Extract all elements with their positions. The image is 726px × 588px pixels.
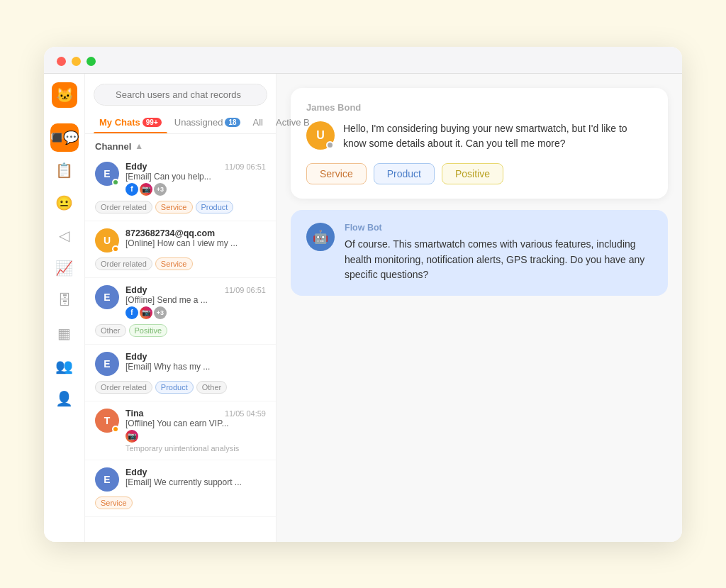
message-text: Hello, I'm considering buying your new s…: [343, 121, 652, 152]
bot-message-content: Flow Bot Of course. This smartwatch come…: [345, 223, 652, 283]
list-item[interactable]: U 8723682734@qq.com [Online] How can I v…: [85, 221, 276, 278]
channel-header: Channel ▲: [85, 134, 276, 155]
svg-text:🐱: 🐱: [55, 87, 73, 104]
avatar: E: [95, 467, 119, 492]
message-card-user: James Bond U Hello, I'm considering buyi…: [291, 88, 668, 199]
tag: Service: [155, 201, 193, 213]
chat-preview: [Email] Can you help...: [125, 172, 266, 182]
tag-list: Order related Service: [95, 257, 266, 270]
chat-time: 11/09 06:51: [225, 286, 266, 294]
avatar: U: [95, 228, 119, 253]
tag: Service: [95, 497, 133, 509]
list-item[interactable]: E Eddy [Email] We currently support ... …: [85, 460, 276, 517]
sidebar-item-group[interactable]: 👥: [50, 352, 79, 380]
list-item[interactable]: E Eddy [Email] Why has my ... Order rela…: [85, 345, 276, 401]
browser-bar: [44, 47, 682, 74]
sidebar: 🐱 ⬛ 💬 📋 😐 ◁ 📈 🗄 ▦ 👥 👤: [44, 74, 85, 542]
sidebar-item-grid[interactable]: ▦: [50, 319, 79, 348]
tag: Positive: [129, 324, 168, 337]
tabs: My Chats 99+ Unassigned 18 All Active B: [85, 111, 276, 134]
my-chats-badge: 99+: [143, 118, 162, 127]
chat-social-icons: 📷: [125, 430, 266, 443]
chat-name: Eddy: [125, 467, 147, 477]
chat-time: 11/05 04:59: [225, 409, 266, 418]
maximize-button[interactable]: [86, 57, 96, 66]
sidebar-item-contacts[interactable]: 😐: [50, 189, 79, 217]
search-bar: 🔍: [85, 74, 276, 111]
minimize-button[interactable]: [72, 57, 81, 66]
sidebar-item-user[interactable]: 👤: [50, 384, 79, 413]
tag-list: Service: [95, 497, 266, 509]
chat-meta: Tina 11/05 04:59 [Offline] You can earn …: [125, 409, 266, 453]
chat-social-icons: f 📷 +3: [125, 183, 266, 196]
chat-preview: [Online] How can I view my ...: [125, 238, 266, 248]
chat-name: Tina: [125, 409, 143, 418]
close-button[interactable]: [57, 57, 66, 66]
tag: Service: [155, 257, 193, 270]
chat-preview: [Email] We currently support ...: [125, 477, 266, 487]
message-tag-positive[interactable]: Positive: [442, 163, 503, 184]
list-item[interactable]: E Eddy 11/09 06:51 [Email] Can you help.…: [85, 155, 276, 221]
chat-preview: [Offline] Send me a ...: [125, 295, 266, 305]
more-social-icon: +3: [154, 306, 167, 319]
bot-message-text: Of course. This smartwatch comes with va…: [345, 237, 652, 283]
message-avatar: U: [306, 121, 335, 150]
sidebar-item-navigation[interactable]: ◁: [50, 221, 79, 250]
tag: Product: [196, 201, 234, 213]
chat-meta: Eddy 11/09 06:51 [Offline] Send me a ...…: [125, 285, 266, 319]
chat-meta: Eddy 11/09 06:51 [Email] Can you help...…: [125, 162, 266, 196]
bot-avatar: 🤖: [306, 223, 335, 251]
sort-icon[interactable]: ▲: [135, 141, 143, 151]
sidebar-item-notes[interactable]: 📋: [50, 156, 79, 184]
chat-preview: [Email] Why has my ...: [125, 362, 266, 372]
tag-list: Other Positive: [95, 324, 266, 337]
sidebar-item-reports[interactable]: 📈: [50, 254, 79, 282]
list-item[interactable]: E Eddy 11/09 06:51 [Offline] Send me a .…: [85, 278, 276, 345]
avatar: E: [95, 352, 119, 376]
chat-name: Eddy: [125, 285, 147, 295]
chat-subtext: Temporary unintentional analysis: [125, 444, 266, 453]
tag-list: Order related Service Product: [95, 201, 266, 213]
tag: Other: [196, 381, 228, 394]
bot-sender: Flow Bot: [345, 223, 652, 233]
app-logo: 🐱: [50, 81, 79, 109]
chat-time: 11/09 06:51: [225, 162, 266, 171]
message-tags: Service Product Positive: [306, 163, 652, 184]
message-tag-service[interactable]: Service: [306, 163, 367, 184]
avatar-status-dot: [326, 141, 334, 149]
facebook-icon: f: [125, 306, 138, 319]
sidebar-item-chat[interactable]: ⬛ 💬: [50, 123, 79, 152]
chat-preview: [Offline] You can earn VIP...: [125, 418, 266, 428]
message-sender: James Bond: [306, 102, 652, 113]
facebook-icon: f: [125, 183, 138, 196]
tab-unassigned[interactable]: Unassigned 18: [169, 111, 246, 133]
avatar: E: [95, 285, 119, 309]
chat-name: Eddy: [125, 352, 147, 362]
message-card-bot: 🤖 Flow Bot Of course. This smartwatch co…: [291, 210, 668, 296]
tag: Other: [95, 324, 126, 337]
main-content: James Bond U Hello, I'm considering buyi…: [277, 74, 682, 542]
chat-list: E Eddy 11/09 06:51 [Email] Can you help.…: [85, 155, 276, 542]
avatar: T: [95, 409, 119, 433]
chat-social-icons: f 📷 +3: [125, 306, 266, 319]
search-input[interactable]: [94, 84, 267, 106]
app-body: 🐱 ⬛ 💬 📋 😐 ◁ 📈 🗄 ▦ 👥 👤 🔍: [44, 74, 682, 542]
tag-list: Order related Product Other: [95, 381, 266, 394]
tag: Product: [155, 381, 194, 394]
instagram-icon: 📷: [140, 183, 152, 196]
chat-meta: Eddy [Email] We currently support ...: [125, 467, 266, 487]
more-social-icon: +3: [154, 183, 167, 196]
sidebar-item-storage[interactable]: 🗄: [50, 287, 79, 315]
tab-my-chats[interactable]: My Chats 99+: [94, 111, 167, 133]
list-item[interactable]: T Tina 11/05 04:59 [Offline] You can ear…: [85, 401, 276, 460]
chat-meta: Eddy [Email] Why has my ...: [125, 352, 266, 372]
tag: Order related: [95, 201, 152, 213]
browser-window: 🐱 ⬛ 💬 📋 😐 ◁ 📈 🗄 ▦ 👥 👤 🔍: [44, 47, 682, 542]
unassigned-badge: 18: [225, 118, 240, 127]
message-tag-product[interactable]: Product: [374, 163, 435, 184]
chat-meta: 8723682734@qq.com [Online] How can I vie…: [125, 228, 266, 248]
instagram-icon: 📷: [125, 430, 138, 443]
left-panel: 🔍 My Chats 99+ Unassigned 18 All Active …: [85, 74, 277, 542]
tab-all[interactable]: All: [247, 111, 269, 133]
chat-name: Eddy: [125, 162, 147, 172]
